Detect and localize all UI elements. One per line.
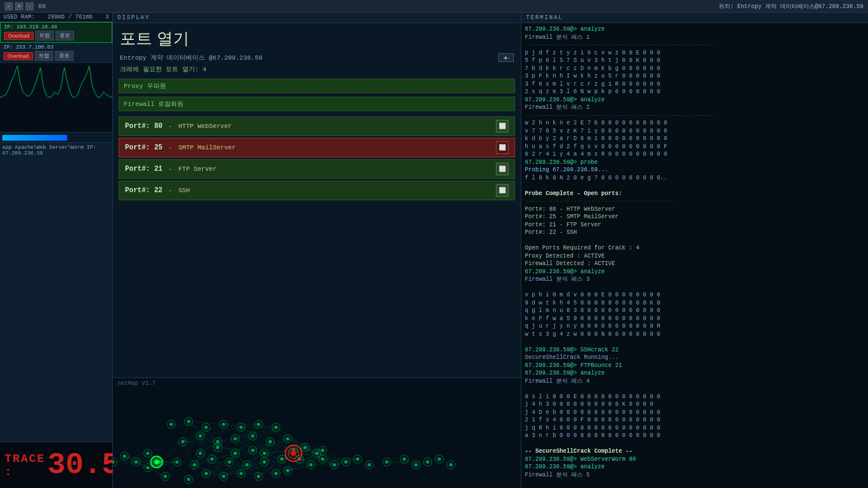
port-item[interactable]: Port#: 21 - FTP Server ⬜ <box>119 159 515 179</box>
location-info: 위치: Entropy 계약 데이터베이스@67.209.236.59 <box>719 2 863 10</box>
left-panel: USED RAM: 288mb / 761mb 3 IP: 193.219.16… <box>0 13 113 488</box>
window-btn-close[interactable]: ✕ <box>5 2 13 10</box>
terminal-line: 67.209.236.59@> analyze <box>525 25 865 34</box>
window-controls[interactable]: ✕ ⚙ — <box>5 2 34 10</box>
middle-panel: DISPLAY 포트 열기 Entropy 계약 데이터베이스 @67.209.… <box>113 13 521 488</box>
agent1-end-btn[interactable]: 종료 <box>56 31 74 41</box>
terminal-line: Port#: 25 - SMTP MailServer <box>525 213 865 221</box>
ram-num: 3 <box>105 14 109 20</box>
agent1-overload-btn[interactable]: Overload <box>4 32 34 40</box>
waveform-display <box>0 63 112 133</box>
port-item[interactable]: Port#: 80 - HTTP WebServer ⬜ <box>119 116 515 136</box>
terminal-line: q j u r j y n y 0 0 0 0 0 0 0 0 0 0 0 R <box>525 322 865 331</box>
terminal-line: SecureShellCrack Running... <box>525 354 865 362</box>
firewall-bar: Firewall 로컬화원 <box>119 97 515 111</box>
terminal-line: q g l m n u 8 3 0 0 0 0 0 0 0 0 0 0 0 0 <box>525 307 865 315</box>
netmap-canvas <box>113 378 521 488</box>
terminal-line: Firewall 분석 패스 2 <box>525 104 865 112</box>
terminal-line: Firewall 분석 패스 5 <box>525 471 865 479</box>
netmap-section: netMap v1.7 <box>113 378 521 488</box>
terminal-line: Port#: 22 - SSH <box>525 229 865 237</box>
terminal-header: TERMINAL <box>521 13 868 23</box>
terminal-line: 67.209.236.59@> analyze <box>525 369 865 377</box>
port-icon: ⬜ <box>496 120 509 133</box>
window-btn-settings[interactable]: ⚙ <box>15 2 23 10</box>
ram-value: 288mb / 761mb <box>47 14 93 20</box>
terminal-body: 67.209.236.59@> analyzeFirewall 분석 패스 1-… <box>521 23 868 488</box>
netmap-label: netMap v1.7 <box>117 380 156 387</box>
terminal-line: j 4 D e b 0 0 0 0 0 0 0 0 0 0 0 0 0 0 0 <box>525 409 865 417</box>
port-icon: ⬜ <box>496 163 509 175</box>
terminal-line: -- SecureShellCrack Complete -- <box>525 447 865 456</box>
terminal-line: k e F f w a 5 9 0 0 0 0 0 0 0 0 0 0 0 0 <box>525 315 865 323</box>
display-header: DISPLAY <box>113 13 521 23</box>
terminal-line: Firewall 분석 패스 3 <box>525 276 865 284</box>
terminal-line: Open Ports Required for Crack : 4 <box>525 244 865 252</box>
agent-row-2: IP: 253.7.100.83 Overload 트랩 종료 <box>0 43 112 63</box>
terminal-line: w 2 h n k n e 2 E 7 b 0 0 0 0 0 0 0 0 0 … <box>525 119 865 127</box>
main-layout: USED RAM: 288mb / 761mb 3 IP: 193.219.16… <box>0 13 868 488</box>
terminal-line: Port#: 21 - FTP Server <box>525 221 865 229</box>
terminal-line: 67.209.236.59@> probe <box>525 159 865 167</box>
terminal-line: Firewall 분석 패스 1 <box>525 34 865 42</box>
terminal-line: Probe Complete - Open ports: <box>525 190 865 198</box>
port-open-title: 포트 열기 <box>113 23 521 52</box>
terminal-line: 9 d w t k h 4 5 0 0 0 0 0 0 0 0 0 0 K 0 <box>525 299 865 307</box>
window-btn-minimize[interactable]: — <box>25 2 34 10</box>
terminal-line: ----------------------------------------… <box>525 41 865 49</box>
ram-label: USED RAM: <box>3 14 35 20</box>
terminal-line: f l 8 k 8 N 2 0 e g 7 0 0 0 0 0 0 0 0 0.… <box>525 174 865 182</box>
port-list: Port#: 80 - HTTP WebServer ⬜ Port#: 25 -… <box>113 115 521 202</box>
terminal-line: Probing 67.209.236.59... <box>525 166 865 174</box>
terminal-line: k d b y 2 a r D 6 m 1 0 0 0 0 0 0 0 0 0 … <box>525 135 865 143</box>
terminal-line: Proxy Detected : ACTIVE <box>525 252 865 260</box>
port-item[interactable]: Port#: 22 - SSH ⬜ <box>119 181 515 200</box>
terminal-line: Firewall 분석 패스 4 <box>525 377 865 386</box>
target-address: Entropy 계약 데이터베이스 @67.209.236.59 <box>120 53 262 62</box>
top-counter: 60 <box>38 3 46 10</box>
port-icon: ⬜ <box>496 141 509 154</box>
terminal-line: 67.209.236.59@> WebServerWorm 80 <box>525 456 865 464</box>
display-section: DISPLAY 포트 열기 Entropy 계약 데이터베이스 @67.209.… <box>113 13 521 378</box>
terminal-line: 67.209.236.59@> FTPBounce 21 <box>525 362 865 370</box>
terminal-line: 67.209.236.59@> SSHcrack 22 <box>525 346 865 354</box>
app-list: app Apache\Web Server\Worm IP: 67.209.23… <box>0 143 112 442</box>
terminal-line: 7 b d k k r c z D n m k b g 0 0 0 0 0 0 <box>525 65 865 73</box>
progress-bar-area <box>0 133 112 143</box>
target-info: Entropy 계약 데이터베이스 @67.209.236.59 ◄- <box>113 52 521 63</box>
terminal-line: 2 1 f s 4 0 0 0 F 0 0 0 0 0 0 0 0 0 0 0 <box>525 416 865 424</box>
app-list-text: app Apache\Web Server\Worm IP: 67.209.23… <box>2 145 96 156</box>
proxy-label: Proxy 우파원 <box>124 83 166 90</box>
terminal-line: 3 f 6 x m l v r c r z g 1 R 0 0 0 0 0 0 <box>525 80 865 89</box>
top-bar: ✕ ⚙ — 60 위치: Entropy 계약 데이터베이스@67.209.23… <box>0 0 868 13</box>
collapse-btn[interactable]: ◄- <box>498 53 514 62</box>
terminal-line: 0 2 r 4 i y 4 a 4 m s R 0 0 0 0 0 0 0 0 … <box>525 151 865 159</box>
terminal-line: 9 s l i 9 0 0 E 0 0 0 0 0 0 0 0 0 0 0 0 <box>525 393 865 401</box>
terminal-line: w t s 3 g 4 z w 0 0 0 N 0 0 0 0 0 0 0 0 <box>525 331 865 339</box>
ram-info: USED RAM: 288mb / 761mb 3 <box>0 13 112 22</box>
terminal-line: a 3 n r b 0 0 0 0 0 0 N 0 0 0 0 0 0 0 0 <box>525 432 865 440</box>
progress-fill <box>2 135 67 141</box>
terminal-line: j 4 h 3 0 0 0 0 0 0 0 0 0 0 K 0 0 0 0 <box>525 401 865 409</box>
terminal-line: ----------------------------------------… <box>525 197 865 206</box>
terminal-line: Port#: 80 - HTTP WebServer <box>525 206 865 214</box>
agent-row-1: IP: 193.219.16.46 Overload 트랩 종료 <box>0 22 112 43</box>
trace-display: TRACE : 30.51 <box>0 442 112 488</box>
agent1-ip: IP: 193.219.16.46 <box>4 24 57 30</box>
terminal-line: 2 x q z e 3 l 6 N w p k p 6 0 0 0 0 0 0 <box>525 88 865 96</box>
trace-label: TRACE : <box>5 452 45 479</box>
agent2-end-btn[interactable]: 종료 <box>55 51 73 61</box>
terminal-line: j q R h i 0 0 0 0 0 0 0 0 0 0 0 0 0 0 0 <box>525 424 865 432</box>
agent2-trap-btn[interactable]: 트랩 <box>35 51 53 61</box>
port-item[interactable]: Port#: 25 - SMTP MailServer ⬜ <box>119 138 515 157</box>
proxy-bar: Proxy 우파원 <box>119 79 515 93</box>
terminal-line: ----------------------------------------… <box>525 112 865 120</box>
cracks-required: 크래에 필요한 포트 열기: 4 <box>113 63 521 75</box>
terminal-line: p j d f z t y z i 9 c v w z 0 0 E 0 0 0 <box>525 49 865 57</box>
port-icon: ⬜ <box>496 184 509 197</box>
agent2-overload-btn[interactable]: Overload <box>3 52 33 60</box>
terminal-line: 67.209.236.59@> analyze <box>525 96 865 104</box>
terminal-panel: TERMINAL 67.209.236.59@> analyzeFirewall… <box>521 13 868 488</box>
agent1-trap-btn[interactable]: 트랩 <box>35 31 54 41</box>
terminal-line: 3 p F k n h I w k h z u 5 r 0 0 0 0 0 0 <box>525 72 865 80</box>
